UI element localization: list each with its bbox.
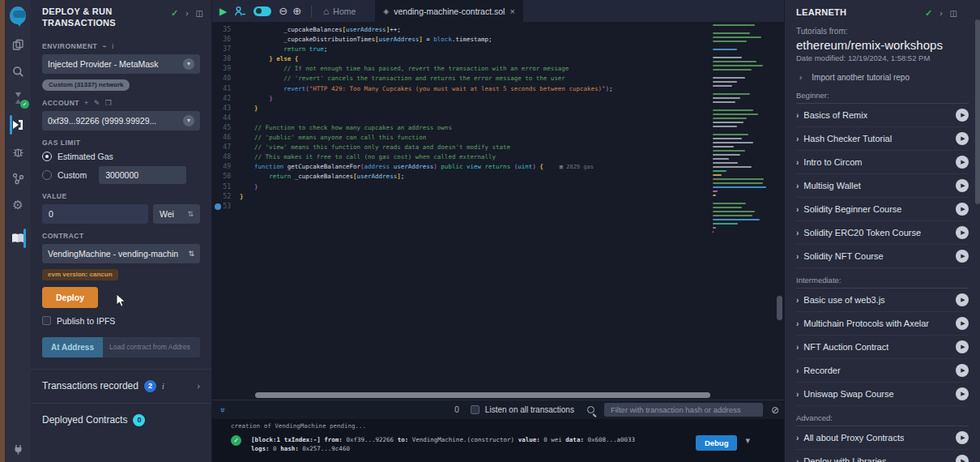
at-address-input[interactable]: Load contract from Addres — [103, 337, 200, 357]
tutorial-expand-icon[interactable]: › — [796, 343, 799, 352]
tutorial-play-icon[interactable]: ▶ — [956, 340, 969, 353]
deploy-run-icon[interactable] — [10, 117, 26, 133]
tutorial-item[interactable]: ›Intro to Circom▶ — [796, 151, 969, 174]
code-line[interactable]: 36 _cupcakeDistributionTimes[userAddress… — [212, 35, 706, 45]
code-line[interactable]: 43 } — [212, 104, 706, 113]
line-number[interactable]: 38 — [212, 54, 240, 64]
git-fork-icon[interactable] — [10, 170, 26, 186]
learneth-plugin-icon[interactable] — [10, 230, 26, 246]
custom-gas-option[interactable]: Custom 3000000 — [42, 166, 200, 184]
tutorial-title[interactable]: All about Proxy Contracts — [803, 433, 904, 443]
code-line[interactable]: 51 } — [212, 182, 706, 192]
code-line[interactable]: 37 return true; — [212, 45, 706, 54]
tutorial-play-icon[interactable]: ▶ — [956, 156, 969, 169]
line-number[interactable]: 47 — [212, 143, 240, 152]
line-number[interactable]: 43 — [212, 104, 240, 113]
plugin-connector-icon[interactable] — [10, 441, 26, 457]
tutorial-item[interactable]: ›Uniswap Swap Course▶ — [796, 383, 969, 406]
tutorial-item[interactable]: ›Solidity NFT Course▶ — [796, 245, 969, 268]
tutorial-title[interactable]: Solidity Beginner Course — [803, 204, 901, 214]
line-number[interactable]: 49 — [212, 162, 240, 172]
tutorial-item[interactable]: ›Deploy with Libraries▶ — [796, 450, 969, 462]
code-line[interactable]: 47 // 'view' means this function only re… — [212, 143, 706, 152]
remix-ai-assistant-icon[interactable] — [234, 6, 246, 17]
tab-home[interactable]: ⌂ Home — [323, 6, 356, 17]
tutorial-item[interactable]: ›All about Proxy Contracts▶ — [796, 426, 969, 450]
tutorial-title[interactable]: Multichain Protocols with Axelar — [803, 319, 929, 328]
tutorial-title[interactable]: Multisig Wallet — [803, 181, 861, 190]
learneth-collapse-icon[interactable]: › — [940, 9, 942, 18]
tutorial-play-icon[interactable]: ▶ — [956, 364, 969, 377]
estimated-gas-radio[interactable] — [42, 152, 52, 161]
contract-select[interactable]: VendingMachine - vending-machin ⇅ — [42, 244, 200, 263]
horizontal-scrollbar[interactable] — [255, 392, 710, 398]
tutorial-expand-icon[interactable]: › — [796, 319, 799, 328]
line-number[interactable]: 46 — [212, 133, 240, 143]
tutorial-expand-icon[interactable]: › — [796, 296, 799, 305]
tutorial-title[interactable]: Uniswap Swap Course — [803, 389, 893, 399]
line-number[interactable]: 44 — [212, 113, 240, 123]
unit-stepper-icon[interactable]: ⇅ — [187, 210, 194, 218]
tutorial-play-icon[interactable]: ▶ — [956, 179, 969, 192]
tutorial-play-icon[interactable]: ▶ — [956, 250, 969, 263]
tab-active-file[interactable]: ◈ vending-machine-contract.sol × — [375, 0, 523, 22]
code-line[interactable]: 39 // If not enough time has passed, rev… — [212, 64, 706, 74]
import-tutorial-repo[interactable]: › Import another tutorial repo — [796, 73, 969, 82]
publish-ipfs-option[interactable]: Publish to IPFS — [42, 316, 200, 326]
tutorial-expand-icon[interactable]: › — [796, 390, 799, 399]
line-number[interactable]: 52 — [212, 192, 240, 202]
code-line[interactable]: 50 return _cupcakeBalances[userAddress]; — [212, 172, 706, 182]
code-line[interactable]: 46 // 'public' means anyone can call thi… — [212, 133, 706, 143]
estimated-gas-option[interactable]: Estimated Gas — [42, 152, 200, 161]
plug-icon[interactable]: ⌁ — [102, 42, 107, 50]
tutorial-expand-icon[interactable]: › — [796, 158, 799, 167]
minimap[interactable] — [713, 24, 773, 239]
tutorial-play-icon[interactable]: ▶ — [956, 387, 969, 400]
terminal-filter-input[interactable]: Filter with transaction hash or address — [604, 403, 763, 417]
tutorial-expand-icon[interactable]: › — [796, 457, 799, 462]
code-editor[interactable]: 35 _cupcakeBalances[userAddress]++;36 _c… — [212, 22, 784, 400]
line-number[interactable]: 35 — [212, 25, 240, 35]
tutorial-item[interactable]: ›Basics of Remix▶ — [796, 104, 969, 127]
tutorial-title[interactable]: Basics of Remix — [803, 110, 867, 120]
transactions-expand-icon[interactable]: › — [197, 381, 200, 391]
debug-button[interactable]: Debug — [696, 435, 738, 451]
code-line[interactable]: 52} — [212, 192, 706, 202]
tutorial-title[interactable]: Solidity ERC20 Token Course — [803, 228, 921, 237]
pin-panel-icon[interactable]: ◫ — [196, 9, 203, 18]
breakpoint-dot[interactable] — [215, 203, 221, 210]
tutorial-title[interactable]: Hash Checker Tutorial — [803, 134, 892, 143]
tutorial-expand-icon[interactable]: › — [796, 366, 799, 375]
tutorial-title[interactable]: Deploy with Libraries — [803, 456, 886, 462]
line-number[interactable]: 42 — [212, 94, 240, 104]
line-number[interactable]: 40 — [212, 74, 240, 83]
file-explorer-icon[interactable] — [10, 36, 26, 53]
environment-select[interactable]: Injected Provider - MetaMask ▾ — [42, 54, 200, 74]
line-number[interactable]: 45 — [212, 123, 240, 133]
expand-transaction-icon[interactable]: ▾ — [745, 435, 750, 446]
line-number[interactable]: 50 — [212, 172, 240, 182]
tutorial-play-icon[interactable]: ▶ — [956, 455, 969, 462]
listen-all-transactions-option[interactable]: Listen on all transactions — [471, 405, 574, 414]
tutorial-play-icon[interactable]: ▶ — [956, 109, 969, 122]
publish-ipfs-checkbox[interactable] — [42, 316, 51, 325]
zoom-in-icon[interactable]: ⊕ — [292, 5, 301, 17]
code-line[interactable]: 38 } else { — [212, 54, 706, 64]
settings-gears-icon[interactable]: ⚙ — [10, 197, 26, 213]
collapse-terminal-icon[interactable]: « — [217, 407, 227, 412]
line-number[interactable]: 48 — [212, 152, 240, 162]
tutorial-expand-icon[interactable]: › — [796, 229, 799, 237]
tutorial-play-icon[interactable]: ▶ — [956, 226, 969, 239]
code-line[interactable]: 53 — [212, 202, 706, 212]
tutorial-item[interactable]: ›Solidity Beginner Course▶ — [796, 198, 969, 221]
tutorial-item[interactable]: ›Solidity ERC20 Token Course▶ — [796, 221, 969, 245]
debugger-icon[interactable] — [10, 143, 26, 160]
transaction-log-row[interactable]: ✓ [block:1 txIndex:-] from: 0xf39...9226… — [212, 435, 784, 453]
add-account-icon[interactable]: + — [84, 99, 89, 107]
tutorial-play-icon[interactable]: ▶ — [956, 132, 969, 145]
copy-account-icon[interactable]: ❐ — [105, 99, 113, 107]
custom-gas-radio[interactable] — [42, 170, 52, 180]
tutorial-title[interactable]: Solidity NFT Course — [803, 251, 883, 261]
run-script-icon[interactable]: ▶ — [219, 6, 227, 17]
panel-scrollbar[interactable] — [975, 19, 980, 204]
